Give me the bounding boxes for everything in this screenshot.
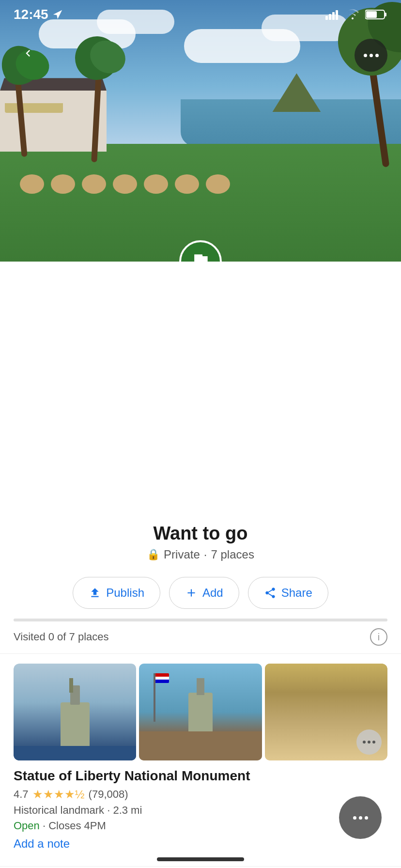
share-button[interactable]: Share [248, 577, 328, 609]
visited-label: Visited 0 of 7 places [14, 631, 109, 643]
fab-dots-icon [353, 816, 368, 820]
svg-rect-6 [366, 11, 377, 18]
add-note-button[interactable]: Add a note [14, 837, 70, 851]
place-status: Open · Closes 4PM [14, 820, 387, 832]
place-photo-2[interactable] [139, 664, 262, 760]
place-images [14, 664, 387, 760]
list-title: Want to go [14, 523, 387, 544]
close-time: · [43, 820, 48, 832]
closes-at: Closes 4PM [48, 820, 106, 832]
hero-image [0, 0, 401, 262]
progress-label: Visited 0 of 7 places i [14, 628, 387, 646]
more-dots-icon [364, 54, 379, 57]
publish-icon [89, 587, 101, 599]
place-name: Statue of Liberty National Monument [14, 768, 387, 784]
place-details: Historical landmark · 2.3 mi [14, 804, 387, 817]
svg-rect-0 [325, 16, 328, 20]
svg-rect-1 [329, 14, 331, 20]
home-indicator [157, 857, 244, 861]
svg-rect-5 [385, 13, 386, 16]
signal-icon [325, 9, 340, 20]
publish-button[interactable]: Publish [73, 577, 160, 609]
status-time-group: 12:45 [14, 7, 63, 22]
status-icons [325, 9, 387, 20]
place-distance: 2.3 mi [113, 804, 142, 816]
lock-icon: 🔒 [147, 548, 160, 561]
place-category: Historical landmark [14, 804, 104, 816]
place-rating: 4.7 ★★★★½ (79,008) [14, 788, 387, 801]
place-photo-1[interactable] [14, 664, 136, 760]
list-place-count: 7 places [211, 548, 254, 561]
places-list: Statue of Liberty National Monument 4.7 … [0, 654, 401, 868]
more-options-button[interactable] [355, 39, 387, 72]
battery-icon [365, 9, 387, 20]
hero-tables-area [20, 155, 321, 194]
action-buttons-group: Publish Add Share [0, 567, 401, 619]
info-button[interactable]: i [370, 628, 387, 646]
more-overlay-button[interactable] [356, 729, 382, 755]
place-photo-3[interactable] [265, 664, 387, 760]
floating-action-button[interactable] [339, 796, 382, 839]
share-icon [264, 587, 277, 599]
add-icon [185, 587, 198, 599]
open-status: Open [14, 820, 40, 832]
status-bar: 12:45 [0, 0, 401, 29]
add-button[interactable]: Add [169, 577, 239, 609]
svg-rect-3 [336, 10, 338, 20]
place-item: Statue of Liberty National Monument 4.7 … [0, 664, 401, 867]
chevron-left-icon [21, 46, 35, 60]
rating-value: 4.7 [14, 788, 29, 801]
progress-section: Visited 0 of 7 places i [0, 619, 401, 654]
list-title-area: Want to go 🔒 Private · 7 places [0, 523, 401, 567]
location-arrow-icon [52, 9, 63, 20]
status-time: 12:45 [14, 7, 48, 22]
list-dot: · [204, 548, 207, 561]
wifi-icon [345, 9, 360, 20]
flag-icon [190, 251, 211, 262]
svg-rect-2 [332, 12, 335, 20]
back-button[interactable] [14, 39, 43, 68]
palm-tree-1 [11, 60, 30, 157]
list-privacy: Private [164, 548, 200, 561]
list-subtitle: 🔒 Private · 7 places [14, 548, 387, 561]
palm-tree-2 [87, 56, 107, 162]
review-count: (79,008) [89, 788, 128, 801]
stars-icon: ★★★★½ [32, 788, 85, 801]
progress-bar [14, 619, 387, 621]
